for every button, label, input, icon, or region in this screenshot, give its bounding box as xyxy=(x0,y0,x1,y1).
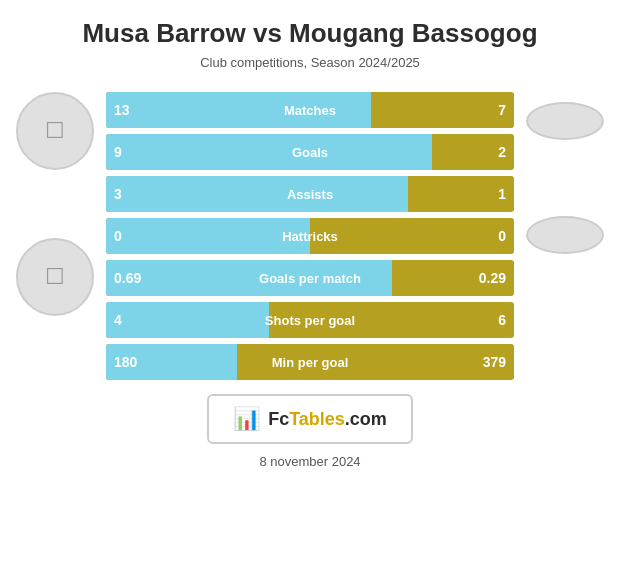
main-content: ☐ ☐ 13Matches79Goals23Assists10Hattricks… xyxy=(0,84,620,380)
right-avatars xyxy=(520,102,610,254)
stat-row: 180Min per goal379 xyxy=(106,344,514,380)
logo-section: 📊 FcTables.com xyxy=(0,394,620,444)
stat-label-right: 0.29 xyxy=(479,270,506,286)
stat-bar-bg: 3Assists1 xyxy=(106,176,514,212)
stat-fill xyxy=(106,176,408,212)
avatar-right-bottom xyxy=(526,216,604,254)
stat-label-right: 0 xyxy=(498,228,506,244)
date-text: 8 november 2024 xyxy=(259,454,360,469)
stat-bar-bg: 0Hattricks0 xyxy=(106,218,514,254)
stat-label-left: 13 xyxy=(114,102,130,118)
stat-row: 9Goals2 xyxy=(106,134,514,170)
subtitle: Club competitions, Season 2024/2025 xyxy=(200,55,420,70)
left-avatars: ☐ ☐ xyxy=(10,92,100,316)
stat-bar-bg: 0.69Goals per match0.29 xyxy=(106,260,514,296)
stat-row: 0Hattricks0 xyxy=(106,218,514,254)
stat-label-center: Hattricks xyxy=(282,229,338,244)
stat-label-left: 9 xyxy=(114,144,122,160)
stat-row: 3Assists1 xyxy=(106,176,514,212)
page-wrapper: Musa Barrow vs Mougang Bassogog Club com… xyxy=(0,0,620,580)
stat-fill xyxy=(106,218,310,254)
stat-label-left: 3 xyxy=(114,186,122,202)
stats-container: 13Matches79Goals23Assists10Hattricks00.6… xyxy=(106,92,514,380)
logo-icon: 📊 xyxy=(233,406,260,432)
logo-text: FcTables.com xyxy=(268,409,387,430)
stat-bar-bg: 13Matches7 xyxy=(106,92,514,128)
stat-label-center: Min per goal xyxy=(272,355,349,370)
stat-fill xyxy=(106,302,269,338)
stat-label-right: 7 xyxy=(498,102,506,118)
stat-bar-bg: 180Min per goal379 xyxy=(106,344,514,380)
avatar-right-top xyxy=(526,102,604,140)
stat-label-center: Matches xyxy=(284,103,336,118)
stat-label-left: 180 xyxy=(114,354,137,370)
logo-box: 📊 FcTables.com xyxy=(207,394,413,444)
page-title: Musa Barrow vs Mougang Bassogog xyxy=(82,18,537,49)
stat-label-left: 0.69 xyxy=(114,270,141,286)
stat-label-right: 379 xyxy=(483,354,506,370)
stat-label-center: Goals per match xyxy=(259,271,361,286)
stat-label-center: Assists xyxy=(287,187,333,202)
stat-row: 0.69Goals per match0.29 xyxy=(106,260,514,296)
stat-row: 13Matches7 xyxy=(106,92,514,128)
avatar-left-top: ☐ xyxy=(16,92,94,170)
stat-bar-bg: 4Shots per goal6 xyxy=(106,302,514,338)
stat-row: 4Shots per goal6 xyxy=(106,302,514,338)
stat-label-center: Goals xyxy=(292,145,328,160)
stat-label-left: 0 xyxy=(114,228,122,244)
stat-fill xyxy=(106,134,432,170)
stat-label-right: 2 xyxy=(498,144,506,160)
stat-label-left: 4 xyxy=(114,312,122,328)
stat-label-right: 6 xyxy=(498,312,506,328)
stat-label-center: Shots per goal xyxy=(265,313,355,328)
avatar-left-bottom: ☐ xyxy=(16,238,94,316)
stat-label-right: 1 xyxy=(498,186,506,202)
stat-bar-bg: 9Goals2 xyxy=(106,134,514,170)
logo-gold-text: Tables xyxy=(289,409,345,429)
